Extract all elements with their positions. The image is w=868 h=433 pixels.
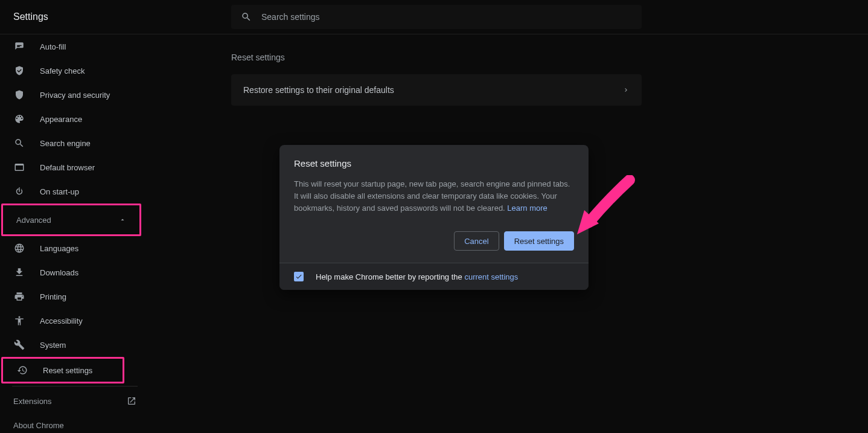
reset-settings-button[interactable]: Reset settings bbox=[504, 231, 574, 251]
check-icon bbox=[295, 273, 302, 280]
dialog-actions: Cancel Reset settings bbox=[294, 231, 574, 251]
modal-backdrop: Reset settings This will reset your star… bbox=[0, 0, 868, 433]
cancel-button[interactable]: Cancel bbox=[454, 231, 499, 251]
footer-text-content: Help make Chrome better by reporting the bbox=[316, 272, 464, 281]
report-checkbox[interactable] bbox=[294, 272, 304, 281]
footer-text: Help make Chrome better by reporting the… bbox=[316, 272, 518, 281]
learn-more-link[interactable]: Learn more bbox=[507, 204, 547, 213]
current-settings-link[interactable]: current settings bbox=[464, 272, 518, 281]
dialog-footer: Help make Chrome better by reporting the… bbox=[279, 263, 589, 290]
dialog-text: This will reset your startup page, new t… bbox=[294, 178, 574, 214]
reset-settings-dialog: Reset settings This will reset your star… bbox=[279, 145, 589, 290]
dialog-body: Reset settings This will reset your star… bbox=[279, 145, 589, 263]
dialog-title: Reset settings bbox=[294, 158, 574, 168]
